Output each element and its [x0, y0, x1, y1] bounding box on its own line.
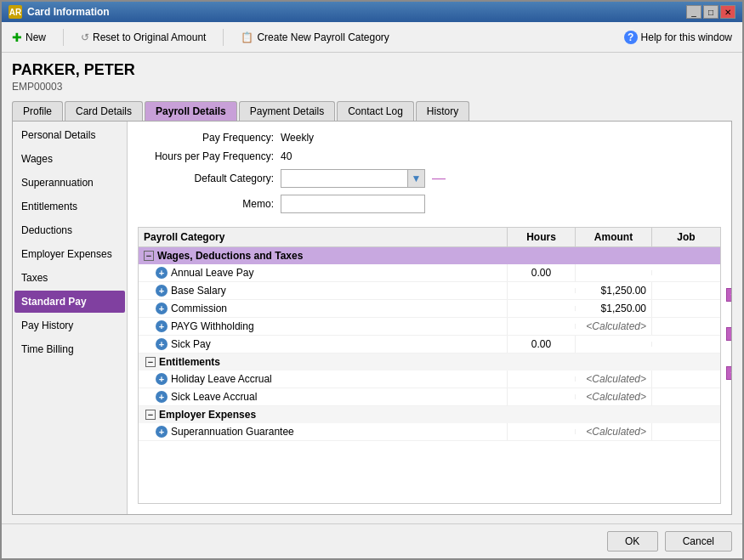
new-label: New — [26, 31, 46, 43]
help-section: ? Help for this window — [621, 29, 735, 46]
sidebar-item-deductions[interactable]: Deductions — [14, 219, 125, 241]
sidebar-item-superannuation[interactable]: Superannuation — [14, 172, 125, 194]
sidebar-item-standard-pay[interactable]: Standard Pay — [14, 291, 125, 313]
collapse-entitlements-button[interactable]: − — [145, 357, 156, 367]
table-row[interactable]: + Commission $1,250.00 — [139, 300, 720, 318]
sidebar-item-taxes[interactable]: Taxes — [14, 267, 125, 289]
category-sick-leave: + Sick Leave Accrual — [139, 388, 508, 405]
add-commission-icon[interactable]: + — [156, 303, 168, 314]
table-row[interactable]: + Superannuation Guarantee <Calculated> — [139, 423, 720, 441]
memo-label: Memo: — [138, 198, 274, 210]
hours-base-salary — [508, 288, 576, 293]
tab-card-details[interactable]: Card Details — [65, 101, 143, 121]
tab-payroll-details[interactable]: Payroll Details — [145, 101, 237, 121]
create-button[interactable]: 📋 Create New Payroll Category — [237, 30, 392, 45]
tab-profile[interactable]: Profile — [12, 101, 63, 121]
table-container: Payroll Category Hours Amount Job − Wage… — [138, 220, 721, 504]
category-super-guarantee: + Superannuation Guarantee — [139, 423, 508, 440]
category-commission: + Commission — [139, 300, 508, 317]
default-category-dropdown[interactable]: ▼ — [408, 169, 425, 188]
amount-payg: <Calculated> — [576, 318, 652, 335]
sidebar-item-employer-expenses[interactable]: Employer Expenses — [14, 243, 125, 265]
hours-sick-pay[interactable]: 0.00 — [508, 336, 576, 353]
hours-annual-leave[interactable]: 0.00 — [508, 264, 576, 281]
pay-frequency-row: Pay Frequency: Weekly — [138, 132, 721, 144]
sidebar-item-time-billing[interactable]: Time Billing — [14, 338, 125, 360]
separator-1 — [63, 29, 64, 46]
help-button[interactable]: ? Help for this window — [621, 29, 735, 46]
new-icon: ✚ — [12, 31, 22, 44]
main-window: AR Card Information _ □ ✕ ✚ New ↺ Reset … — [0, 0, 744, 560]
hours-super-guarantee — [508, 429, 576, 434]
memo-input[interactable] — [281, 195, 425, 213]
table-row[interactable]: + Sick Pay 0.00 — [139, 336, 720, 354]
add-holiday-leave-icon[interactable]: + — [156, 373, 168, 385]
job-commission — [652, 306, 720, 311]
collapse-wages-button[interactable]: − — [144, 251, 154, 261]
table-row[interactable]: + Base Salary $1,250.00 — [139, 282, 720, 300]
new-button[interactable]: ✚ New — [9, 29, 49, 46]
sidebar-item-personal-details[interactable]: Personal Details — [14, 124, 125, 146]
add-sick-leave-icon[interactable]: + — [156, 391, 168, 403]
expand-icon[interactable]: — — [432, 171, 446, 186]
default-category-side-actions: — — [432, 171, 446, 186]
tab-contact-log[interactable]: Contact Log — [337, 101, 414, 121]
amount-commission[interactable]: $1,250.00 — [576, 300, 652, 317]
maximize-button[interactable]: □ — [703, 5, 718, 19]
toolbar: ✚ New ↺ Reset to Original Amount 📋 Creat… — [2, 22, 742, 53]
col-payroll-category: Payroll Category — [139, 228, 508, 246]
side-button-2[interactable]: ↓ — [726, 327, 731, 341]
tab-history[interactable]: History — [416, 101, 469, 121]
sidebar-item-entitlements[interactable]: Entitlements — [14, 195, 125, 218]
hours-per-pay-row: Hours per Pay Frequency: 40 — [138, 150, 721, 162]
main-panel: Personal Details Wages Superannuation En… — [12, 121, 732, 515]
cancel-button[interactable]: Cancel — [665, 531, 732, 552]
side-button-3[interactable]: + — [726, 366, 731, 380]
col-amount: Amount — [576, 228, 652, 246]
top-tabs: Profile Card Details Payroll Details Pay… — [12, 101, 732, 121]
table-row[interactable]: + PAYG Withholding <Calculated> — [139, 318, 720, 336]
add-base-salary-icon[interactable]: + — [156, 285, 168, 297]
default-category-label: Default Category: — [138, 173, 274, 184]
payroll-table: Payroll Category Hours Amount Job − Wage… — [138, 227, 721, 504]
sidebar-item-pay-history[interactable]: Pay History — [14, 314, 125, 337]
create-icon: 📋 — [241, 31, 253, 43]
add-payg-icon[interactable]: + — [156, 320, 168, 332]
minimize-button[interactable]: _ — [686, 5, 701, 19]
hours-sick-leave — [508, 394, 576, 399]
add-super-guarantee-icon[interactable]: + — [156, 426, 168, 438]
job-payg — [652, 324, 720, 329]
group-entitlements-header: − Entitlements — [139, 354, 720, 371]
category-sick-pay: + Sick Pay — [139, 336, 508, 353]
ok-button[interactable]: OK — [607, 531, 658, 552]
col-job: Job — [652, 228, 720, 246]
add-sick-pay-icon[interactable]: + — [156, 338, 168, 350]
job-base-salary — [652, 288, 720, 293]
collapse-employer-expenses-button[interactable]: − — [145, 410, 156, 420]
amount-base-salary[interactable]: $1,250.00 — [576, 282, 652, 299]
window-title: Card Information — [27, 6, 110, 18]
table-row[interactable]: + Annual Leave Pay 0.00 — [139, 264, 720, 282]
amount-holiday-leave: <Calculated> — [576, 371, 652, 387]
title-bar-left: AR Card Information — [9, 5, 110, 19]
group-entitlements-label: − Entitlements — [139, 354, 720, 371]
hours-commission — [508, 306, 576, 311]
category-holiday-leave: + Holiday Leave Accrual — [139, 371, 508, 387]
help-label: Help for this window — [641, 31, 732, 43]
reset-button[interactable]: ↺ Reset to Original Amount — [77, 30, 209, 45]
dropdown-arrow-icon: ▼ — [412, 173, 422, 184]
sidebar-item-wages[interactable]: Wages — [14, 148, 125, 170]
default-category-input[interactable] — [281, 169, 408, 188]
table-row[interactable]: + Sick Leave Accrual <Calculated> — [139, 388, 720, 406]
tab-payment-details[interactable]: Payment Details — [239, 101, 335, 121]
side-button-1[interactable]: + — [726, 288, 731, 302]
title-bar: AR Card Information _ □ ✕ — [2, 2, 742, 22]
add-annual-leave-icon[interactable]: + — [156, 267, 168, 279]
table-header: Payroll Category Hours Amount Job — [139, 228, 720, 247]
job-super-guarantee — [652, 429, 720, 434]
close-button[interactable]: ✕ — [720, 5, 735, 19]
separator-2 — [223, 29, 224, 46]
help-icon: ? — [624, 31, 638, 44]
main-form-content: Pay Frequency: Weekly Hours per Pay Freq… — [128, 122, 731, 514]
table-row[interactable]: + Holiday Leave Accrual <Calculated> — [139, 371, 720, 388]
